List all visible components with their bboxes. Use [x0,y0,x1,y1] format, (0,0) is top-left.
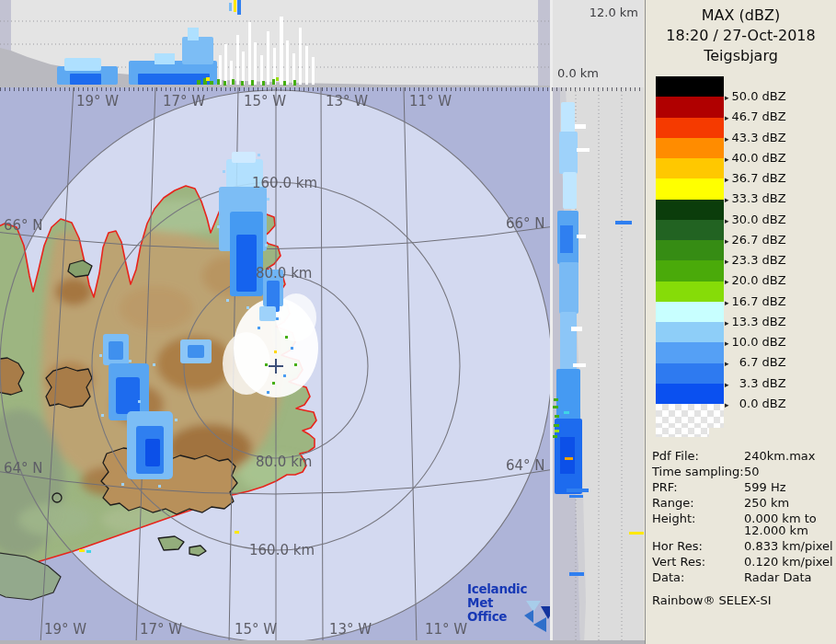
info-label: Range: [652,497,744,509]
legend-band [656,76,724,97]
legend-arrow-icon: ▸ [725,175,729,184]
height-axis-max: 12.0 km [590,6,638,19]
top-height-profile-panel [0,0,550,87]
legend-label: ▸20.0 dBZ [725,274,786,288]
legend-label: ▸16.7 dBZ [725,295,786,309]
legend-transparent-band [656,404,724,428]
radar-app-window: { "header": { "product": "MAX (dBZ)", "d… [0,0,836,644]
info-value: Radar Data [744,571,811,583]
legend-label: ▸36.7 dBZ [725,172,786,186]
product-title: MAX (dBZ) [646,6,836,26]
legend-arrow-icon: ▸ [725,339,729,348]
info-label: Time sampling: [652,466,744,477]
scan-datetime: 18:20 / 27-Oct-2018 [646,26,836,46]
legend-arrow-icon: ▸ [725,277,729,286]
distance-tick-ruler [0,87,644,91]
legend-band [656,282,724,302]
legend-band [656,158,724,178]
legend-band [656,384,724,404]
info-value: 0.000 km to 12.000 km [744,512,817,536]
info-row: Data:Radar Data [652,571,834,583]
info-label: Data: [652,571,744,583]
station-name: Teigsbjarg [646,46,836,66]
map-graphic [0,87,550,644]
software-brand: Rainbow® SELEX-SI [652,593,772,607]
legend-band [656,138,724,158]
sidebar-header: MAX (dBZ) 18:20 / 27-Oct-2018 Teigsbjarg [646,6,836,66]
legend-band [656,178,724,199]
legend-bands [656,76,724,404]
legend-band [656,118,724,138]
legend-label: ▸13.3 dBZ [725,316,786,329]
info-value: 0.120 km/pixel [744,556,833,568]
legend-arrow-icon: ▸ [725,195,729,204]
legend-label: ▸33.3 dBZ [725,192,786,206]
info-row: Pdf File:240km.max [652,450,834,462]
legend-band [656,220,724,240]
legend-arrow-icon: ▸ [725,400,729,409]
legend-label: ▸46.7 dBZ [725,110,786,124]
legend-arrow-icon: ▸ [725,318,729,328]
legend-band [656,97,724,117]
info-label: Hor Res: [652,540,744,552]
right-height-profile-panel [553,87,644,644]
bottom-edge [0,640,645,644]
legend-label: ▸ 0.0 dBZ [725,397,786,411]
legend-label: ▸40.0 dBZ [725,152,786,166]
legend-label: ▸43.3 dBZ [725,132,786,145]
info-row: PRF:599 Hz [652,481,834,493]
legend-band [656,302,724,322]
radar-map: 19° W 17° W 15° W 13° W 11° W 19° W 17° … [0,87,550,644]
legend-label: ▸23.3 dBZ [725,254,786,268]
legend-arrow-icon: ▸ [725,113,729,122]
legend-label: ▸ 3.3 dBZ [725,377,786,391]
legend-band [656,260,724,281]
legend-label: ▸10.0 dBZ [725,336,786,350]
legend-arrow-icon: ▸ [725,257,729,266]
legend-band [656,240,724,260]
info-row: Hor Res:0.833 km/pixel [652,540,834,552]
height-axis-min: 0.0 km [557,66,599,80]
legend-label: ▸30.0 dBZ [725,213,786,227]
info-value: 250 km [744,497,789,509]
legend-label: ▸50.0 dBZ [725,90,786,104]
info-value: 240km.max [744,450,815,462]
legend-arrow-icon: ▸ [725,298,729,307]
info-value: 50 [744,466,760,477]
info-value: 599 Hz [744,481,786,493]
height-marker [629,532,644,535]
legend-label: ▸26.7 dBZ [725,234,786,247]
legend-arrow-icon: ▸ [725,216,729,225]
info-row: Range:250 km [652,497,834,509]
legend-arrow-icon: ▸ [725,93,729,102]
met-office-logo: Icelandic Met Office [467,582,552,636]
info-rows: Pdf File:240km.maxTime sampling:50PRF:59… [652,450,834,583]
info-label: Pdf File: [652,450,744,462]
sidebar: MAX (dBZ) 18:20 / 27-Oct-2018 Teigsbjarg… [645,0,836,644]
legend-arrow-icon: ▸ [725,380,729,389]
top-profile-graphic [0,0,550,87]
info-label: Height: [652,512,744,536]
legend-arrow-icon: ▸ [725,155,729,164]
legend: ▸50.0 dBZ▸46.7 dBZ▸43.3 dBZ▸40.0 dBZ▸36.… [646,76,836,444]
legend-transparent-band-small [656,428,709,437]
scan-info: Pdf File:240km.maxTime sampling:50PRF:59… [652,450,834,587]
legend-arrow-icon: ▸ [725,134,729,144]
info-row: Time sampling:50 [652,466,834,477]
legend-band [656,363,724,384]
info-value: 0.833 km/pixel [744,540,833,552]
info-row: Height:0.000 km to 12.000 km [652,512,834,536]
legend-arrow-icon: ▸ [725,359,729,368]
legend-band [656,322,724,342]
legend-label: ▸ 6.7 dBZ [725,356,786,370]
legend-arrow-icon: ▸ [725,236,729,246]
legend-band [656,342,724,362]
info-row: Vert Res:0.120 km/pixel [652,556,834,568]
legend-band [656,200,724,220]
info-label: Vert Res: [652,556,744,568]
info-label: PRF: [652,481,744,493]
height-axis-block: 12.0 km 0.0 km [553,0,644,87]
right-profile-graphic [553,87,644,644]
